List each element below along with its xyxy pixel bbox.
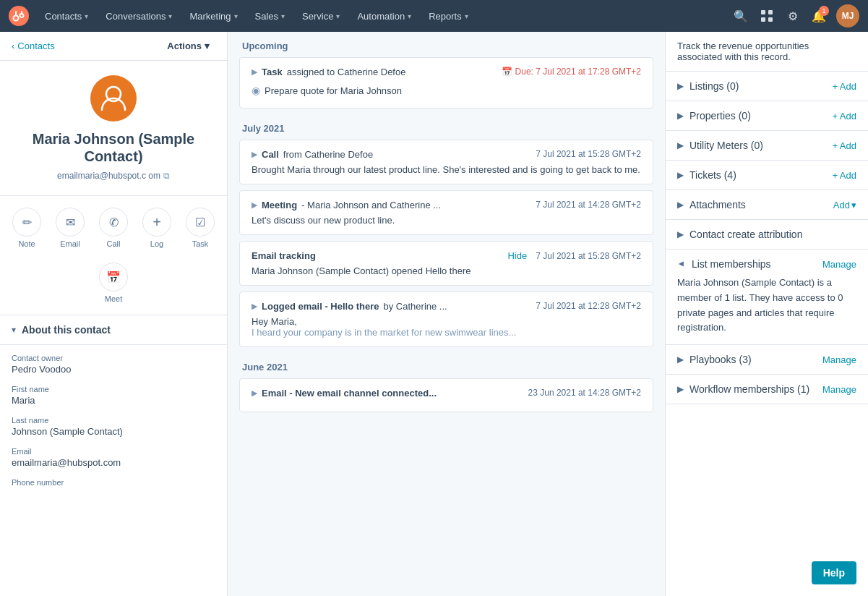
- nav-conversations-chevron: ▾: [168, 12, 172, 20]
- logged-email-chevron[interactable]: ▶: [252, 302, 257, 311]
- nav-marketing[interactable]: Marketing ▾: [182, 0, 244, 32]
- nav-automation-chevron: ▾: [408, 12, 411, 20]
- nav-automation[interactable]: Automation ▾: [350, 0, 418, 32]
- list-memberships-header[interactable]: ▼ List memberships Manage: [677, 258, 856, 270]
- logged-email-line2: I heard your company is in the market fo…: [252, 327, 641, 338]
- nav-sales[interactable]: Sales ▾: [248, 0, 293, 32]
- tickets-add-button[interactable]: + Add: [832, 170, 856, 181]
- email-tracking-body: Maria Johnson (Sample Contact) opened He…: [252, 265, 641, 276]
- attachments-add-button[interactable]: Add ▾: [833, 200, 856, 210]
- hubspot-logo[interactable]: [9, 6, 29, 26]
- call-card-chevron[interactable]: ▶: [252, 150, 257, 159]
- email-channel-chevron[interactable]: ▶: [252, 388, 257, 398]
- playbooks-header[interactable]: ▶ Playbooks (3) Manage: [677, 354, 856, 365]
- meet-label: Meet: [105, 294, 122, 303]
- about-section-body: Contact owner Pedro Voodoo First name Ma…: [0, 345, 227, 506]
- left-panel: ‹ Contacts Actions ▾ Maria Johnson (Samp…: [0, 32, 228, 596]
- email-label: Email: [60, 239, 80, 248]
- contact-owner-field: Contact owner Pedro Voodoo: [12, 354, 215, 375]
- call-body-text: Brought Maria through our latest product…: [252, 164, 641, 175]
- contact-email: emailmaria@hubspot.c om ⧉: [12, 171, 215, 181]
- contact-create-attribution-header[interactable]: ▶ Contact create attribution: [677, 229, 856, 240]
- email-label: Email: [12, 447, 215, 456]
- call-button[interactable]: ✆: [99, 208, 128, 237]
- july-2021-header: July 2021: [228, 114, 665, 140]
- task-button-group[interactable]: ☑ Task: [186, 208, 215, 248]
- nav-reports[interactable]: Reports ▾: [421, 0, 476, 32]
- listings-add-button[interactable]: + Add: [832, 81, 856, 92]
- playbooks-chevron-icon: ▶: [677, 354, 684, 365]
- svg-rect-3: [761, 17, 765, 22]
- upcoming-header: Upcoming: [228, 32, 665, 57]
- calendar-icon: 📅: [502, 67, 512, 77]
- workflow-memberships-section: ▶ Workflow memberships (1) Manage: [666, 375, 868, 404]
- playbooks-manage-button[interactable]: Manage: [822, 354, 856, 365]
- call-type-label: Call: [262, 149, 279, 160]
- properties-add-button[interactable]: + Add: [832, 111, 856, 122]
- meeting-card-chevron[interactable]: ▶: [252, 200, 257, 210]
- attachments-chevron-icon: ▶: [677, 200, 684, 210]
- listings-section: ▶ Listings (0) + Add: [666, 72, 868, 101]
- call-label: Call: [107, 239, 121, 248]
- first-name-value: Maria: [12, 395, 215, 406]
- utility-meters-section: ▶ Utility Meters (0) + Add: [666, 131, 868, 161]
- about-section-header[interactable]: ▾ About this contact: [0, 315, 227, 345]
- user-avatar[interactable]: MJ: [836, 4, 859, 27]
- properties-header[interactable]: ▶ Properties (0) + Add: [677, 110, 856, 122]
- search-button[interactable]: 🔍: [729, 4, 752, 27]
- nav-service-chevron: ▾: [336, 12, 340, 20]
- copy-email-icon[interactable]: ⧉: [163, 171, 170, 181]
- utility-meters-title: Utility Meters (0): [689, 140, 763, 151]
- list-memberships-chevron-icon: ▼: [676, 260, 687, 268]
- task-card-chevron[interactable]: ▶: [252, 67, 257, 77]
- email-button[interactable]: ✉: [56, 208, 85, 237]
- actions-button[interactable]: Actions ▾: [161, 38, 215, 54]
- task-checkmark-icon: ◉: [252, 85, 260, 96]
- right-panel: Track the revenue opportunities associat…: [666, 32, 868, 596]
- meet-button[interactable]: 📅: [99, 263, 128, 291]
- note-button[interactable]: ✏: [12, 208, 41, 237]
- nav-conversations[interactable]: Conversations ▾: [98, 0, 179, 32]
- workflow-memberships-header[interactable]: ▶ Workflow memberships (1) Manage: [677, 383, 856, 395]
- task-label: Task: [192, 239, 209, 248]
- list-memberships-manage-button[interactable]: Manage: [822, 259, 856, 270]
- task-button[interactable]: ☑: [186, 208, 215, 237]
- attachments-header[interactable]: ▶ Attachments Add ▾: [677, 199, 856, 210]
- tickets-header[interactable]: ▶ Tickets (4) + Add: [677, 169, 856, 181]
- listings-header[interactable]: ▶ Listings (0) + Add: [677, 80, 856, 92]
- contacts-breadcrumb[interactable]: ‹ Contacts: [12, 41, 55, 51]
- notifications-button[interactable]: 🔔 1: [807, 4, 830, 27]
- hide-link[interactable]: Hide: [507, 250, 527, 261]
- listings-chevron-icon: ▶: [677, 81, 684, 91]
- utility-meters-add-button[interactable]: + Add: [832, 140, 856, 151]
- first-name-label: First name: [12, 385, 215, 393]
- task-timeline-card: ▶ Task assigned to Catherine Defoe 📅 Due…: [239, 57, 653, 108]
- log-label: Log: [150, 239, 163, 248]
- workflow-memberships-manage-button[interactable]: Manage: [822, 384, 856, 395]
- task-body-row: ◉ Prepare quote for Maria Johnson: [252, 82, 641, 99]
- settings-button[interactable]: ⚙: [781, 4, 804, 27]
- left-panel-header: ‹ Contacts Actions ▾: [0, 32, 227, 61]
- marketplace-button[interactable]: [755, 4, 778, 27]
- note-button-group[interactable]: ✏ Note: [12, 208, 41, 248]
- call-timestamp: 7 Jul 2021 at 15:28 GMT+2: [536, 149, 641, 159]
- call-button-group[interactable]: ✆ Call: [99, 208, 128, 248]
- email-button-group[interactable]: ✉ Email: [56, 208, 85, 248]
- first-name-field: First name Maria: [12, 385, 215, 406]
- phone-field: Phone number: [12, 478, 215, 487]
- log-button[interactable]: +: [142, 208, 171, 237]
- contact-attribution-title: Contact create attribution: [689, 229, 802, 240]
- properties-title: Properties (0): [689, 110, 751, 122]
- nav-contacts[interactable]: Contacts ▾: [38, 0, 95, 32]
- attachments-section: ▶ Attachments Add ▾: [666, 190, 868, 220]
- help-button[interactable]: Help: [812, 561, 856, 584]
- log-button-group[interactable]: + Log: [142, 208, 171, 248]
- meet-button-group[interactable]: 📅 Meet: [99, 263, 128, 303]
- note-label: Note: [18, 239, 35, 248]
- list-memberships-title: List memberships: [692, 258, 771, 270]
- nav-service[interactable]: Service ▾: [295, 0, 347, 32]
- list-memberships-body: Maria Johnson (Sample Contact) is a memb…: [677, 276, 856, 336]
- utility-meters-header[interactable]: ▶ Utility Meters (0) + Add: [677, 140, 856, 151]
- right-panel-intro-text: Track the revenue opportunities associat…: [677, 41, 856, 62]
- nav-reports-chevron: ▾: [465, 12, 468, 20]
